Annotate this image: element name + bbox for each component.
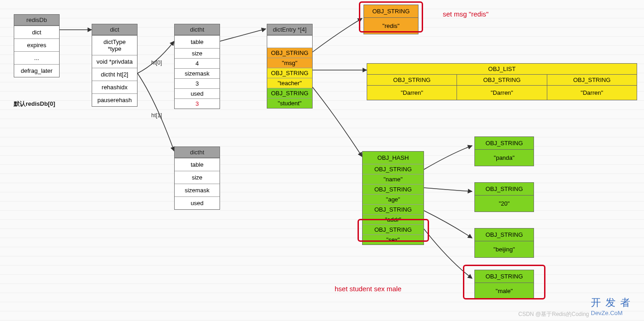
obj-hash-row-value: "name" <box>363 174 424 184</box>
obj-list-col: OBJ_STRING "Darren" <box>547 75 637 100</box>
dictentry-row-label: OBJ_STRING <box>267 48 312 58</box>
watermark-csdn: CSDN @基于Redis的Coding <box>518 310 589 318</box>
obj-hash-row-label: OBJ_STRING <box>363 224 424 234</box>
dictentry-row-label: OBJ_STRING <box>267 68 312 78</box>
watermark-devze: 开发者 DevZe.CoM <box>591 296 635 316</box>
dictentry-table: dictEntry *[4] OBJ_STRING "msg" OBJ_STRI… <box>267 24 313 109</box>
obj-type: OBJ_STRING <box>475 270 534 283</box>
dict-row: rehashidx <box>92 81 137 93</box>
obj-age-value: OBJ_STRING "20" <box>474 182 534 212</box>
dictentry-row-value: "teacher" <box>267 78 312 88</box>
obj-list-col-value: "Darren" <box>457 86 546 100</box>
annotation-hset: hset student sex male <box>335 285 402 293</box>
obj-list-header: OBJ_LIST <box>367 64 637 75</box>
ht0-label: ht[0] <box>151 60 162 66</box>
dict-row: dictht ht[2] <box>92 68 137 81</box>
diagram-canvas: redisDb dict expires ... defrag_later 默认… <box>0 0 644 321</box>
dictht0-row-label: used <box>175 88 220 98</box>
obj-list-col: OBJ_STRING "Darren" <box>457 75 547 100</box>
obj-list-col: OBJ_STRING "Darren" <box>367 75 457 100</box>
svg-line-1 <box>220 29 266 41</box>
annotation-set: set msg "redis" <box>443 10 489 18</box>
redisdb-header: redisDb <box>14 15 59 26</box>
dictentry-header: dictEntry *[4] <box>267 24 312 35</box>
obj-hash-row-label: OBJ_STRING <box>363 204 424 214</box>
dictht0-row-value: 3 <box>175 78 220 88</box>
dict-header: dict <box>92 24 137 35</box>
obj-list-col-type: OBJ_STRING <box>367 75 457 86</box>
obj-redis: OBJ_STRING "redis" <box>363 5 418 34</box>
dictht0-header: dictht <box>175 24 220 35</box>
dictht0-row-value: 3 <box>175 98 220 109</box>
dictht1-row: used <box>175 196 220 209</box>
dictht0-row-label: size <box>175 48 220 58</box>
dictht1-row: size <box>175 171 220 184</box>
obj-hash-row-value: "age" <box>363 194 424 204</box>
dict-row: dictType *type <box>92 35 137 55</box>
redisdb-row: dict <box>14 26 59 38</box>
obj-redis-value: "redis" <box>364 18 418 34</box>
obj-list-col-value: "Darren" <box>547 86 637 100</box>
redisdb-row: ... <box>14 51 59 64</box>
redisdb-row: defrag_later <box>14 64 59 77</box>
obj-value: "male" <box>475 283 534 299</box>
obj-sex-value: OBJ_STRING "male" <box>474 270 534 299</box>
dictht0-row: table <box>175 35 220 48</box>
obj-value: "panda" <box>475 150 534 166</box>
obj-name-value: OBJ_STRING "panda" <box>474 136 534 166</box>
obj-list-col-type: OBJ_STRING <box>457 75 546 86</box>
obj-list: OBJ_LIST OBJ_STRING "Darren" OBJ_STRING … <box>367 63 637 100</box>
dictht1-row: table <box>175 158 220 171</box>
obj-type: OBJ_STRING <box>475 183 534 196</box>
obj-value: "beijing" <box>475 241 534 257</box>
obj-hash-row-label: OBJ_STRING <box>363 164 424 174</box>
dictentry-row-empty <box>267 35 312 48</box>
obj-addr-value: OBJ_STRING "beijing" <box>474 228 534 258</box>
obj-value: "20" <box>475 196 534 212</box>
watermark-dev-cn: 开发者 <box>591 297 635 308</box>
dictht1-header: dictht <box>175 147 220 158</box>
dictht0-row-label: sizemask <box>175 68 220 78</box>
dictht1-table: dictht table size sizemask used <box>174 147 220 210</box>
redisdb-table: redisDb dict expires ... defrag_later <box>14 14 60 77</box>
dictht0-row-value: 4 <box>175 58 220 68</box>
obj-hash-header: OBJ_HASH <box>363 152 424 164</box>
obj-list-col-value: "Darren" <box>367 86 457 100</box>
obj-list-col-type: OBJ_STRING <box>547 75 637 86</box>
dictht1-row: sizemask <box>175 184 220 196</box>
obj-hash-row-value: "sex" <box>363 234 424 245</box>
dictentry-row-value: "msg" <box>267 58 312 68</box>
ht1-label: ht[1] <box>151 112 162 119</box>
dict-row: void *privdata <box>92 55 137 68</box>
redisdb-row: expires <box>14 38 59 51</box>
dictht0-table: dictht table size 4 sizemask 3 used 3 <box>174 24 220 109</box>
obj-type: OBJ_STRING <box>475 229 534 241</box>
obj-redis-type: OBJ_STRING <box>364 5 418 18</box>
dictentry-row-label: OBJ_STRING <box>267 88 312 98</box>
obj-hash-row-value: "addr" <box>363 214 424 224</box>
obj-type: OBJ_STRING <box>475 137 534 150</box>
watermark-dev-en: DevZe.CoM <box>591 310 635 316</box>
dict-table: dict dictType *type void *privdata dicth… <box>92 24 138 107</box>
dict-row: pauserehash <box>92 93 137 106</box>
default-redisdb-label: 默认redisDb[0] <box>14 100 55 108</box>
obj-hash: OBJ_HASH OBJ_STRING "name" OBJ_STRING "a… <box>362 151 424 245</box>
dictentry-row-value: "student" <box>267 98 312 108</box>
obj-hash-row-label: OBJ_STRING <box>363 184 424 194</box>
